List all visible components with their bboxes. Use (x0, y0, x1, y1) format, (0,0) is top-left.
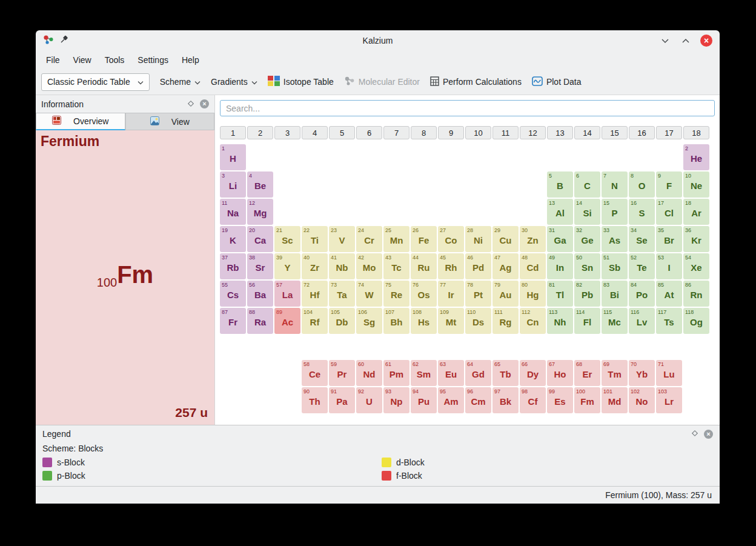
element-Cd[interactable]: 48Cd (520, 253, 546, 279)
element-Tl[interactable]: 81Tl (547, 281, 573, 307)
element-Sg[interactable]: 106Sg (356, 308, 382, 334)
element-Rh[interactable]: 45Rh (438, 253, 464, 279)
element-Pr[interactable]: 59Pr (329, 360, 355, 386)
group-header-1[interactable]: 1 (220, 126, 246, 139)
element-Br[interactable]: 35Br (656, 226, 682, 252)
element-Au[interactable]: 79Au (492, 281, 519, 307)
element-Ni[interactable]: 28Ni (465, 226, 491, 252)
element-Ds[interactable]: 110Ds (465, 308, 491, 334)
titlebar[interactable]: Kalzium × (36, 30, 720, 51)
element-Cu[interactable]: 29Cu (492, 226, 519, 252)
element-Xe[interactable]: 54Xe (683, 253, 709, 279)
element-Zr[interactable]: 40Zr (302, 253, 328, 279)
minimize-button[interactable] (659, 35, 671, 47)
element-Cl[interactable]: 17Cl (656, 199, 682, 225)
element-K[interactable]: 19K (220, 226, 246, 252)
scheme-dropdown[interactable]: Scheme (160, 77, 201, 87)
element-Eu[interactable]: 63Eu (438, 360, 464, 386)
group-header-16[interactable]: 16 (629, 126, 655, 139)
element-Se[interactable]: 34Se (629, 226, 655, 252)
group-header-11[interactable]: 11 (492, 126, 519, 139)
element-Si[interactable]: 14Si (574, 199, 600, 225)
element-Tm[interactable]: 69Tm (602, 360, 628, 386)
element-F[interactable]: 9F (656, 171, 682, 198)
element-Cm[interactable]: 96Cm (465, 387, 491, 413)
isotope-table-button[interactable]: Isotope Table (268, 76, 334, 88)
element-Zn[interactable]: 30Zn (520, 226, 546, 252)
element-Sn[interactable]: 50Sn (574, 253, 600, 279)
element-Og[interactable]: 118Og (683, 308, 709, 334)
element-S[interactable]: 16S (629, 199, 655, 225)
group-header-2[interactable]: 2 (247, 126, 273, 139)
element-Ag[interactable]: 47Ag (492, 253, 519, 279)
element-Ba[interactable]: 56Ba (247, 281, 273, 307)
element-Np[interactable]: 93Np (383, 387, 409, 413)
element-Ga[interactable]: 31Ga (547, 226, 573, 252)
search-input[interactable] (220, 100, 715, 116)
element-Os[interactable]: 76Os (411, 281, 437, 307)
element-Ho[interactable]: 67Ho (547, 360, 573, 386)
group-header-9[interactable]: 9 (438, 126, 464, 139)
element-Be[interactable]: 4Be (247, 171, 273, 198)
element-Ac[interactable]: 89Ac (274, 308, 300, 334)
element-Ce[interactable]: 58Ce (302, 360, 328, 386)
float-panel-icon[interactable] (691, 429, 698, 439)
element-Li[interactable]: 3Li (220, 171, 246, 198)
element-Db[interactable]: 105Db (329, 308, 355, 334)
element-Md[interactable]: 101Md (602, 387, 628, 413)
element-P[interactable]: 15P (602, 199, 628, 225)
element-V[interactable]: 23V (329, 226, 355, 252)
element-Pu[interactable]: 94Pu (411, 387, 437, 413)
element-Ta[interactable]: 73Ta (329, 281, 355, 307)
element-Fm[interactable]: 100Fm (574, 387, 600, 413)
element-Sm[interactable]: 62Sm (411, 360, 437, 386)
element-As[interactable]: 33As (602, 226, 628, 252)
element-Po[interactable]: 84Po (629, 281, 655, 307)
element-Mn[interactable]: 25Mn (383, 226, 409, 252)
element-Bi[interactable]: 83Bi (602, 281, 628, 307)
element-Mt[interactable]: 109Mt (438, 308, 464, 334)
element-W[interactable]: 74W (356, 281, 382, 307)
element-In[interactable]: 49In (547, 253, 573, 279)
group-header-8[interactable]: 8 (411, 126, 437, 139)
element-Sb[interactable]: 51Sb (602, 253, 628, 279)
element-U[interactable]: 92U (356, 387, 382, 413)
element-Tb[interactable]: 65Tb (492, 360, 519, 386)
group-header-12[interactable]: 12 (520, 126, 546, 139)
close-panel-icon[interactable]: × (200, 99, 209, 108)
element-Sc[interactable]: 21Sc (274, 226, 300, 252)
element-Pb[interactable]: 82Pb (574, 281, 600, 307)
element-Pm[interactable]: 61Pm (383, 360, 409, 386)
element-Ar[interactable]: 18Ar (683, 199, 709, 225)
group-header-18[interactable]: 18 (683, 126, 709, 139)
element-La[interactable]: 57La (274, 281, 300, 307)
menu-file[interactable]: File (39, 52, 67, 68)
element-C[interactable]: 6C (574, 171, 600, 198)
element-Th[interactable]: 90Th (302, 387, 328, 413)
element-Nd[interactable]: 60Nd (356, 360, 382, 386)
group-header-6[interactable]: 6 (356, 126, 382, 139)
element-Ra[interactable]: 88Ra (247, 308, 273, 334)
element-Tc[interactable]: 43Tc (383, 253, 409, 279)
close-panel-icon[interactable]: × (704, 430, 713, 439)
element-Lr[interactable]: 103Lr (656, 387, 682, 413)
tab-overview[interactable]: Overview (36, 113, 125, 130)
element-Cs[interactable]: 55Cs (220, 281, 246, 307)
group-header-4[interactable]: 4 (302, 126, 328, 139)
element-Ti[interactable]: 22Ti (302, 226, 328, 252)
group-header-3[interactable]: 3 (274, 126, 300, 139)
element-Fl[interactable]: 114Fl (574, 308, 600, 334)
plot-data-button[interactable]: Plot Data (532, 76, 582, 88)
group-header-14[interactable]: 14 (574, 126, 600, 139)
element-Ir[interactable]: 77Ir (438, 281, 464, 307)
close-button[interactable]: × (700, 35, 712, 47)
element-Es[interactable]: 99Es (547, 387, 573, 413)
menu-settings[interactable]: Settings (131, 52, 175, 68)
menu-tools[interactable]: Tools (98, 52, 131, 68)
tab-view[interactable]: View (125, 113, 215, 130)
element-I[interactable]: 53I (656, 253, 682, 279)
element-At[interactable]: 85At (656, 281, 682, 307)
element-Lv[interactable]: 116Lv (629, 308, 655, 334)
element-Er[interactable]: 68Er (574, 360, 600, 386)
group-header-17[interactable]: 17 (656, 126, 682, 139)
